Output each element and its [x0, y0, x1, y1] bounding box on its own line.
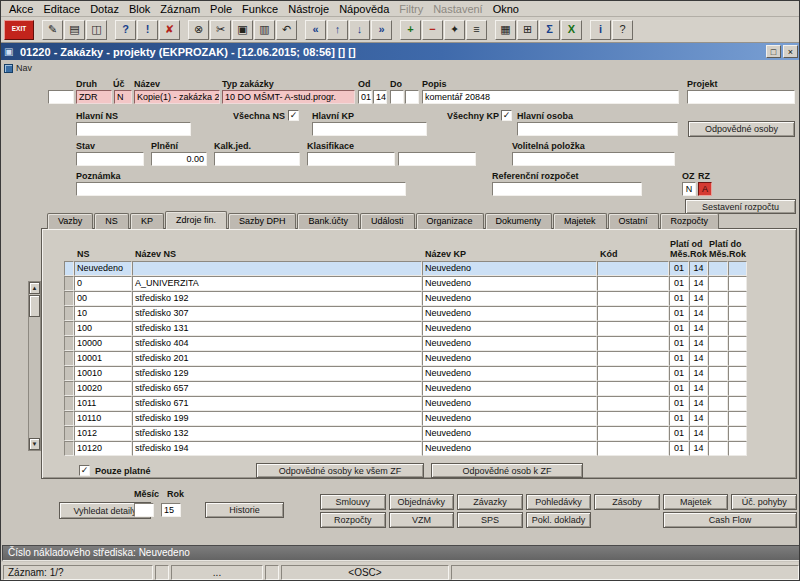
copy-icon[interactable]: ▣	[232, 20, 253, 40]
record-selector[interactable]	[64, 306, 74, 321]
cell-plati-do-mes[interactable]	[708, 276, 728, 291]
do-rok-field[interactable]	[405, 90, 419, 104]
execute-query-icon[interactable]: !	[137, 20, 158, 40]
first-record-icon[interactable]: «	[305, 20, 326, 40]
module-button[interactable]: Rozpočty	[320, 512, 386, 528]
projekt-field[interactable]	[687, 90, 795, 104]
tab[interactable]: Dokumenty	[485, 213, 553, 229]
paste-icon[interactable]: ▥	[254, 20, 275, 40]
table-row[interactable]: 10120 středisko 194 Neuvedeno 01 14	[64, 441, 747, 456]
cell-plati-do-mes[interactable]	[708, 396, 728, 411]
cell-plati-do-rok[interactable]	[728, 396, 747, 411]
cell-plati-od-rok[interactable]: 14	[689, 366, 708, 381]
menu-item[interactable]: Editace	[38, 3, 85, 15]
cell-plati-od-rok[interactable]: 14	[689, 261, 708, 276]
cell-plati-od-mes[interactable]: 01	[669, 306, 689, 321]
popis-field[interactable]: komentář 20848	[422, 90, 679, 104]
mesic-field[interactable]	[134, 503, 154, 517]
cell-kod[interactable]	[597, 366, 669, 381]
cell-ns[interactable]: Neuvedeno	[74, 261, 132, 276]
cell-plati-do-rok[interactable]	[728, 381, 747, 396]
module-button[interactable]: Úč. pohyby	[731, 494, 797, 510]
record-selector[interactable]	[64, 441, 74, 456]
enter-query-icon[interactable]: ?	[115, 20, 136, 40]
cell-plati-od-rok[interactable]: 14	[689, 396, 708, 411]
cell-plati-od-rok[interactable]: 14	[689, 351, 708, 366]
odpovedne-osoby-button[interactable]: Odpovědné osoby	[688, 121, 795, 137]
cell-ns[interactable]: 10001	[74, 351, 132, 366]
odpovedne-osob-k-zf-button[interactable]: Odpovědné osob k ZF	[431, 463, 583, 478]
klasifikace-field-2[interactable]	[398, 152, 476, 166]
cell-plati-od-mes[interactable]: 01	[669, 291, 689, 306]
cell-plati-od-mes[interactable]: 01	[669, 396, 689, 411]
cell-plati-do-rok[interactable]	[728, 426, 747, 441]
record-selector[interactable]	[64, 336, 74, 351]
edit-icon[interactable]: ✎	[42, 20, 63, 40]
cell-kod[interactable]	[597, 396, 669, 411]
cell-nazev-kp[interactable]: Neuvedeno	[422, 411, 597, 426]
record-selector[interactable]	[64, 426, 74, 441]
module-button[interactable]: Majetek	[663, 494, 729, 510]
cell-kod[interactable]	[597, 426, 669, 441]
cell-plati-do-rok[interactable]	[728, 366, 747, 381]
cell-plati-do-rok[interactable]	[728, 261, 747, 276]
table-row[interactable]: 10 středisko 307 Neuvedeno 01 14	[64, 306, 747, 321]
pouze-platne-checkbox[interactable]: ✓	[79, 465, 90, 476]
table-row[interactable]: 0 A_UNIVERZITA Neuvedeno 01 14	[64, 276, 747, 291]
cell-plati-od-mes[interactable]: 01	[669, 321, 689, 336]
record-selector[interactable]	[64, 396, 74, 411]
cell-plati-od-mes[interactable]: 01	[669, 351, 689, 366]
cell-plati-do-mes[interactable]	[708, 321, 728, 336]
module-button[interactable]: Pohledávky	[526, 494, 592, 510]
cancel-query-icon[interactable]: ✘	[159, 20, 180, 40]
module-button[interactable]: Závazky	[457, 494, 523, 510]
cell-plati-do-rok[interactable]	[728, 411, 747, 426]
menu-item[interactable]: Akce	[4, 3, 38, 15]
cell-plati-do-mes[interactable]	[708, 336, 728, 351]
tab[interactable]: Sazby DPH	[228, 213, 297, 229]
cell-nazev-kp[interactable]: Neuvedeno	[422, 321, 597, 336]
cell-plati-od-mes[interactable]: 01	[669, 411, 689, 426]
cell-nazev-kp[interactable]: Neuvedeno	[422, 381, 597, 396]
cell-nazev-kp[interactable]: Neuvedeno	[422, 426, 597, 441]
cell-plati-od-rok[interactable]: 14	[689, 336, 708, 351]
restore-window-button[interactable]: □	[766, 45, 781, 58]
od-rok-field[interactable]: 14	[373, 90, 387, 104]
insert-record-icon[interactable]: +	[400, 20, 421, 40]
hlavni-ns-field[interactable]	[76, 122, 191, 136]
cell-kod[interactable]	[597, 276, 669, 291]
previous-record-icon[interactable]: ↑	[327, 20, 348, 40]
cell-nazev-ns[interactable]: středisko 132	[132, 426, 422, 441]
hlavni-osoba-field[interactable]	[517, 122, 678, 136]
module-button[interactable]: SPS	[457, 512, 523, 528]
rz-field[interactable]: A	[698, 182, 712, 196]
table-row[interactable]: 1011 středisko 671 Neuvedeno 01 14	[64, 396, 747, 411]
do-mesic-field[interactable]	[390, 90, 404, 104]
cell-nazev-ns[interactable]: středisko 131	[132, 321, 422, 336]
cell-plati-do-mes[interactable]	[708, 426, 728, 441]
delete-record-icon[interactable]: −	[422, 20, 443, 40]
cell-plati-od-mes[interactable]: 01	[669, 381, 689, 396]
cell-plati-do-mes[interactable]	[708, 261, 728, 276]
cell-nazev-ns[interactable]: A_UNIVERZITA	[132, 276, 422, 291]
cell-plati-od-mes[interactable]: 01	[669, 276, 689, 291]
cell-kod[interactable]	[597, 441, 669, 456]
cell-plati-do-rok[interactable]	[728, 336, 747, 351]
menu-item[interactable]: Dotaz	[85, 3, 124, 15]
calendar-icon[interactable]: ▦	[495, 20, 516, 40]
tab[interactable]: Vazby	[47, 213, 93, 229]
undo-icon[interactable]: ↶	[276, 20, 297, 40]
hlavni-kp-field[interactable]	[312, 122, 427, 136]
menu-item[interactable]: Funkce	[237, 3, 283, 15]
scroll-up-icon[interactable]: ▲	[29, 282, 40, 294]
exit-button[interactable]: EXIT	[4, 20, 34, 40]
last-record-icon[interactable]: »	[371, 20, 392, 40]
cell-plati-od-rok[interactable]: 14	[689, 381, 708, 396]
typ-zakazky-field[interactable]: 10 DO MŠMT- A-stud.progr.	[222, 90, 355, 104]
module-button[interactable]: Objednávky	[389, 494, 455, 510]
menu-item[interactable]: Nápověda	[334, 3, 394, 15]
cell-nazev-ns[interactable]: středisko 199	[132, 411, 422, 426]
cell-kod[interactable]	[597, 291, 669, 306]
cell-nazev-ns[interactable]: středisko 129	[132, 366, 422, 381]
table-row[interactable]: 100 středisko 131 Neuvedeno 01 14	[64, 321, 747, 336]
